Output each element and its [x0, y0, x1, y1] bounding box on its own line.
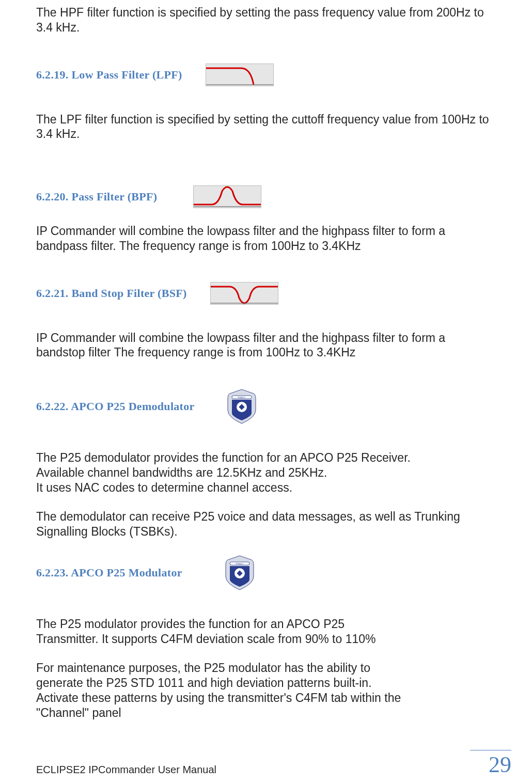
demod-body-4: The demodulator can receive P25 voice an… [36, 509, 496, 539]
mod-body-3: For maintenance purposes, the P25 modula… [36, 661, 408, 720]
heading-lpf: 6.2.19. Low Pass Filter (LPF) [36, 68, 182, 82]
section-bpf-row: 6.2.20. Pass Filter (BPF) [36, 185, 496, 208]
page-footer: ECLIPSE2 IPCommander User Manual 29 [36, 750, 511, 778]
band-pass-filter-icon [193, 185, 261, 208]
svg-text:PUBLIC: PUBLIC [238, 396, 245, 399]
demod-body-2: Available channel bandwidths are 12.5KHz… [36, 465, 496, 480]
demod-body-1: The P25 demodulator provides the functio… [36, 450, 496, 465]
section-lpf-row: 6.2.19. Low Pass Filter (LPF) [36, 64, 496, 86]
mod-body-2: Transmitter. It supports C4FM deviation … [36, 632, 496, 647]
heading-demod: 6.2.22. APCO P25 Demodulator [36, 400, 195, 413]
bsf-body: IP Commander will combine the lowpass fi… [36, 331, 496, 361]
footer-page-number: 29 [470, 750, 511, 778]
section-mod-row: 6.2.23. APCO P25 Modulator PUBLIC [36, 555, 496, 591]
apco-p25-badge-icon-2: PUBLIC [224, 555, 256, 591]
heading-bpf: 6.2.20. Pass Filter (BPF) [36, 190, 157, 203]
band-stop-filter-icon [210, 282, 278, 305]
heading-mod: 6.2.23. APCO P25 Modulator [36, 566, 182, 580]
lpf-body: The LPF filter function is specified by … [36, 112, 496, 142]
section-demod-row: 6.2.22. APCO P25 Demodulator PUBLIC [36, 388, 496, 425]
svg-text:PUBLIC: PUBLIC [236, 562, 243, 565]
footer-title: ECLIPSE2 IPCommander User Manual [36, 764, 216, 778]
demod-body-3: It uses NAC codes to determine channel a… [36, 480, 496, 495]
heading-bsf: 6.2.21. Band Stop Filter (BSF) [36, 287, 187, 300]
apco-p25-badge-icon: PUBLIC [226, 388, 258, 425]
bpf-body: IP Commander will combine the lowpass fi… [36, 224, 496, 254]
low-pass-filter-icon [206, 64, 274, 86]
section-bsf-row: 6.2.21. Band Stop Filter (BSF) [36, 282, 496, 305]
mod-body-1: The P25 modulator provides the function … [36, 617, 496, 632]
hpf-intro-text: The HPF filter function is specified by … [36, 5, 496, 35]
